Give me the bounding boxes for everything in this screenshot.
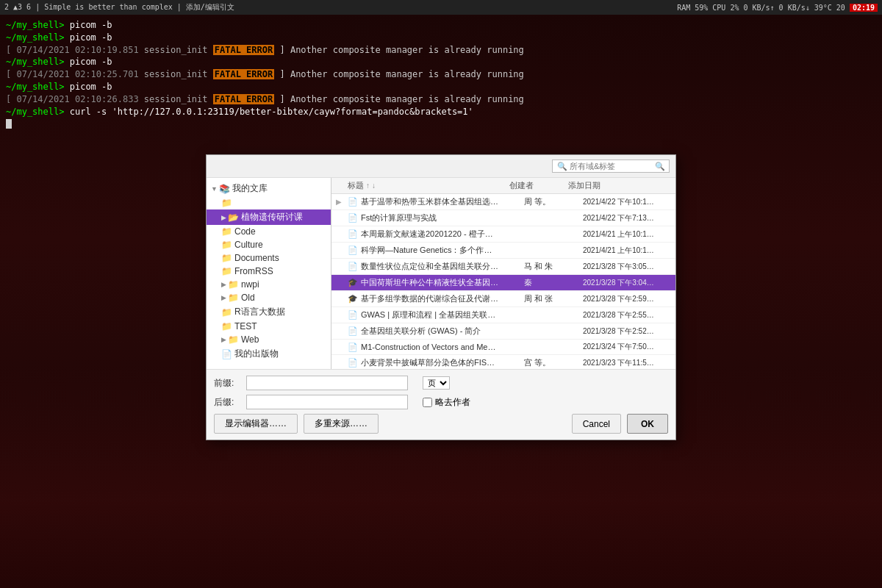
folder-icon-test: 📁 xyxy=(221,321,232,331)
tree-item-nwpi[interactable]: ▶ 📁 nwpi xyxy=(207,278,331,291)
tree-item-fromrss[interactable]: 📁 FromRSS xyxy=(207,265,331,278)
folder-icon-code: 📁 xyxy=(221,226,232,237)
tree-label-culture: Culture xyxy=(234,240,263,250)
file-row[interactable]: ▶ 📄 基于温带和热带玉米群体全基因组选… 周 等。 2021/4/22 下午1… xyxy=(331,194,675,210)
file-icon-1: 📄 xyxy=(348,197,358,207)
file-row[interactable]: 📄 小麦背景中披碱草部分染色体的FIS… 宫 等。 2021/3/23 下午11… xyxy=(331,355,675,369)
tree-item-publications[interactable]: 📄 我的出版物 xyxy=(207,346,331,362)
file-row-selected[interactable]: 🎓 中国荷斯坦牛种公牛精液性状全基因… 秦 2021/3/28 下午3:04… xyxy=(331,275,675,291)
term-error-3: [ 07/14/2021 02:10:26.833 session_init F… xyxy=(6,93,876,106)
file-row[interactable]: 📄 科学网—Nature Genetics：多个作… 2021/4/21 上午1… xyxy=(331,243,675,259)
prompt-5: ~/my_shell> xyxy=(6,107,64,117)
tree-label-documents: Documents xyxy=(234,253,279,263)
show-editor-button[interactable]: 显示编辑器…… xyxy=(214,414,298,434)
ok-button[interactable]: OK xyxy=(627,414,668,434)
file-icon-10: 📄 xyxy=(348,343,358,352)
tree-arrow-plant: ▶ xyxy=(221,214,226,221)
dialog-buttons: 显示编辑器…… 多重来源…… Cancel OK xyxy=(214,414,668,434)
top-bar-left: 2 ▲3 6 | Simple is better than complex |… xyxy=(4,2,234,12)
tree-item-culture[interactable]: 📁 Culture xyxy=(207,238,331,251)
file-icon-3: 📄 xyxy=(348,229,358,239)
term-error-2: [ 07/14/2021 02:10:25.701 session_init F… xyxy=(6,68,876,81)
file-creator-6: 秦 xyxy=(524,277,583,288)
fatal-2: FATAL ERROR xyxy=(213,69,274,79)
prefix-row: 前缀: 页 xyxy=(214,376,668,390)
multi-source-button[interactable]: 多重来源…… xyxy=(304,414,379,434)
fatal-3: FATAL ERROR xyxy=(213,94,274,104)
file-title-6: 🎓 中国荷斯坦牛种公牛精液性状全基因… xyxy=(348,277,524,288)
file-date-11: 2021/3/23 下午11:5… xyxy=(583,358,671,368)
file-row[interactable]: 📄 数量性状位点定位和全基因组关联分… 马 和 朱 2021/3/28 下午3:… xyxy=(331,259,675,275)
header-title[interactable]: 标题 ↑ ↓ xyxy=(348,180,509,191)
file-title-3: 📄 本周最新文献速递20201220 - 橙子… xyxy=(348,229,524,240)
folder-icon-fromrss: 📁 xyxy=(221,266,232,276)
term-line-5: ~/my_shell> curl -s 'http://127.0.0.1:23… xyxy=(6,106,876,118)
tree-item-test[interactable]: 📁 TEST xyxy=(207,320,331,333)
dialog-footer: 前缀: 页 后缀: 略去作者 显示编辑器…… 多重来源…… Cancel OK xyxy=(207,369,675,440)
file-icon-11: 📄 xyxy=(348,358,358,368)
search-wrapper[interactable]: 🔍 xyxy=(552,159,670,173)
cmd-1: picom -b xyxy=(64,20,112,30)
tree-arrow-root: ▼ xyxy=(211,185,218,193)
file-row[interactable]: 🎓 基于多组学数据的代谢综合征及代谢… 周 和 张 2021/3/28 下午2:… xyxy=(331,291,675,307)
file-row[interactable]: 📄 Fst的计算原理与实战 2021/4/22 下午7:13… xyxy=(331,210,675,226)
cpu-info: CPU 2% xyxy=(712,4,739,12)
tree-item-documents[interactable]: 📁 Documents xyxy=(207,251,331,265)
suffix-input[interactable] xyxy=(246,395,408,409)
tree-item-r-bigdata[interactable]: 📁 R语言大数据 xyxy=(207,304,331,320)
tree-item-root[interactable]: ▼ 📚 我的文库 xyxy=(207,181,331,196)
file-row[interactable]: 📄 M1-Construction of Vectors and Me… 202… xyxy=(331,340,675,355)
cancel-button[interactable]: Cancel xyxy=(572,414,621,434)
file-icon-9: 📄 xyxy=(348,326,358,336)
prompt-1: ~/my_shell> xyxy=(6,20,64,30)
tree-item-code[interactable]: 📁 Code xyxy=(207,225,331,238)
file-date-2: 2021/4/22 下午7:13… xyxy=(583,213,671,223)
session-3: session_init xyxy=(144,94,213,104)
page-select-wrap: 页 xyxy=(423,376,450,390)
network-info: 0 KB/s↑ 0 KB/s↓ xyxy=(743,4,809,12)
folder-icon-old: 📁 xyxy=(228,293,239,303)
folder-icon-plant: 📂 xyxy=(228,212,239,223)
omit-author-checkbox[interactable] xyxy=(423,398,432,407)
page-select[interactable]: 页 xyxy=(423,376,450,390)
search-input[interactable] xyxy=(552,159,670,173)
prompt-4: ~/my_shell> xyxy=(6,82,64,92)
error-msg-3: ] Another composite manager is already r… xyxy=(274,94,524,104)
file-date-6: 2021/3/28 下午3:04… xyxy=(583,278,671,288)
term-error-1: [ 07/14/2021 02:10:19.851 session_init F… xyxy=(6,44,876,57)
tree-label-root: 我的文库 xyxy=(232,182,268,195)
tree-label-publications: 我的出版物 xyxy=(234,348,279,360)
file-row[interactable]: 📄 全基因组关联分析 (GWAS) - 简介 2021/3/28 下午2:52… xyxy=(331,323,675,340)
tree-item-empty[interactable]: 📁 xyxy=(207,196,331,209)
term-line-4: ~/my_shell> picom -b xyxy=(6,81,876,93)
file-row[interactable]: 📄 本周最新文献速递20201220 - 橙子… 2021/4/21 上午10:… xyxy=(331,226,675,243)
tree-item-old[interactable]: ▶ 📁 Old xyxy=(207,291,331,304)
file-expand-1[interactable]: ▶ xyxy=(336,198,348,206)
folder-icon-r: 📁 xyxy=(221,307,232,318)
file-date-3: 2021/4/21 上午10:1… xyxy=(583,229,671,240)
tree-item-plant-genetics[interactable]: ▶ 📂 植物遗传研讨课 xyxy=(207,209,331,225)
prefix-input[interactable] xyxy=(246,376,408,390)
file-date-5: 2021/3/28 下午3:05… xyxy=(583,262,671,272)
cmd-3: picom -b xyxy=(64,57,112,67)
tree-label-code: Code xyxy=(234,226,256,237)
citation-dialog: 🔍 ▼ 📚 我的文库 📁 ▶ 📂 植物遗传研讨课 📁 Code xyxy=(206,154,676,440)
suffix-row: 后缀: 略去作者 xyxy=(214,395,668,409)
ram-info: RAM 59% xyxy=(677,4,708,12)
tree-label-fromrss: FromRSS xyxy=(234,266,273,276)
tree-item-web[interactable]: ▶ 📁 Web xyxy=(207,333,331,346)
header-date[interactable]: 添加日期 xyxy=(568,180,656,191)
cmd-2: picom -b xyxy=(64,32,112,43)
temp-info: 39°C xyxy=(814,4,832,12)
file-row[interactable]: 📄 GWAS | 原理和流程 | 全基因组关联… 2021/3/28 下午2:5… xyxy=(331,307,675,323)
dialog-body: ▼ 📚 我的文库 📁 ▶ 📂 植物遗传研讨课 📁 Code 📁 Culture xyxy=(207,178,675,369)
top-bar: 2 ▲3 6 | Simple is better than complex |… xyxy=(0,0,882,15)
file-list-header: 标题 ↑ ↓ 创建者 添加日期 xyxy=(331,178,675,194)
fatal-1: FATAL ERROR xyxy=(213,45,274,55)
clock: 02:19 xyxy=(850,4,878,12)
session-1: session_init xyxy=(144,45,213,55)
file-creator-11: 宫 等。 xyxy=(524,357,583,368)
header-creator[interactable]: 创建者 xyxy=(509,180,568,191)
folder-icon-culture: 📁 xyxy=(221,240,232,250)
cmd-4: picom -b xyxy=(64,82,112,92)
